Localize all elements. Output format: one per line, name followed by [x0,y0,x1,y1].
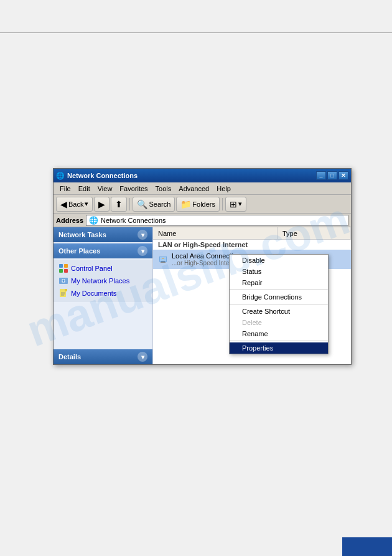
menu-advanced[interactable]: Advanced [175,184,213,194]
ctx-properties[interactable]: Properties [230,342,328,354]
other-places-header[interactable]: Other Places ▾ [54,243,152,258]
menu-tools[interactable]: Tools [152,184,175,194]
control-panel-icon [58,263,68,273]
my-documents-label: My Documents [71,290,116,297]
folders-label: Folders [192,200,215,208]
svg-rect-1 [64,264,68,268]
other-places-label: Other Places [58,247,100,255]
title-bar: 🌐 Network Connections _ □ ✕ [54,169,351,182]
menu-edit[interactable]: Edit [75,184,94,194]
my-documents-icon [58,288,68,298]
ctx-rename[interactable]: Rename [230,328,328,339]
search-label: Search [149,200,170,208]
ctx-repair[interactable]: Repair [230,277,328,288]
svg-rect-8 [65,289,67,291]
column-headers: Name Type [153,227,351,240]
svg-rect-14 [161,262,165,262]
ctx-status[interactable]: Status [230,266,328,277]
search-icon: 🔍 [137,199,147,209]
forward-button[interactable]: ▶ [94,197,110,212]
ctx-disable[interactable]: Disable [230,255,328,266]
details-expand-icon: ▾ [138,352,147,362]
menu-view[interactable]: View [94,184,116,194]
left-panel: Network Tasks ▾ Other Places ▾ [54,227,153,364]
close-button[interactable]: ✕ [338,171,348,180]
up-icon: ⬆ [115,199,123,209]
back-dropdown-icon: ▾ [85,200,88,208]
maximize-button[interactable]: □ [327,171,337,180]
my-network-places-label: My Network Places [71,277,129,285]
address-value: Network Connections [101,217,166,224]
details-label: Details [58,353,81,360]
minimize-button[interactable]: _ [316,171,326,180]
svg-rect-3 [64,269,68,273]
network-tasks-header[interactable]: Network Tasks ▾ [54,227,152,242]
views-dropdown-icon: ▾ [238,200,242,208]
views-button[interactable]: ⊞ ▾ [225,197,246,212]
my-network-places-link[interactable]: My Network Places [58,275,147,287]
folders-icon: 📁 [180,199,191,209]
svg-rect-0 [59,264,63,268]
menu-favorites[interactable]: Favorites [116,184,151,194]
up-button[interactable]: ⬆ [111,197,127,212]
window-icon: 🌐 [56,171,65,180]
menu-bar: File Edit View Favorites Tools Advanced … [54,182,351,195]
back-button[interactable]: ◀ Back ▾ [56,197,93,212]
toolbar-separator-2 [222,198,223,210]
control-panel-link[interactable]: Control Panel [58,262,147,275]
toolbar-separator-1 [129,198,130,210]
connection-icon [158,255,168,265]
other-places-expand-icon: ▾ [138,246,147,256]
folders-button[interactable]: 📁 Folders [176,197,220,212]
context-menu: Disable Status Repair Bridge Connections… [229,254,329,354]
lan-group-label: LAN or High-Speed Internet [153,240,351,250]
ctx-create-shortcut[interactable]: Create Shortcut [230,306,328,317]
other-places-content: Control Panel My Network Places [54,260,152,302]
menu-help[interactable]: Help [213,184,235,194]
details-header[interactable]: Details ▾ [54,349,152,364]
address-globe-icon: 🌐 [89,216,98,225]
address-input[interactable]: 🌐 Network Connections [86,215,348,226]
ctx-delete: Delete [230,317,328,328]
toolbar: ◀ Back ▾ ▶ ⬆ 🔍 Search 📁 Folders ⊞ ▾ [54,195,351,214]
top-rule [0,32,392,33]
svg-rect-15 [161,262,166,263]
network-tasks-label: Network Tasks [58,231,106,238]
network-tasks-expand-icon: ▾ [138,230,147,240]
title-bar-buttons: _ □ ✕ [316,171,348,180]
back-icon: ◀ [60,199,67,209]
my-network-places-icon [58,276,68,286]
back-label: Back [68,200,83,208]
my-documents-link[interactable]: My Documents [58,287,147,299]
menu-file[interactable]: File [56,184,75,194]
ctx-sep-2 [230,304,328,304]
address-label: Address [56,217,83,224]
address-bar: Address 🌐 Network Connections [54,214,351,227]
views-icon: ⊞ [230,199,237,209]
bottom-nav [342,537,392,556]
ctx-sep-3 [230,341,328,341]
col-name-header[interactable]: Name [153,227,278,239]
window-title: Network Connections [67,172,316,179]
ctx-sep-1 [230,290,328,290]
control-panel-label: Control Panel [71,265,113,272]
col-type-header[interactable]: Type [278,227,351,239]
search-button[interactable]: 🔍 Search [133,197,175,212]
forward-icon: ▶ [98,199,105,209]
ctx-bridge-connections[interactable]: Bridge Connections [230,291,328,303]
svg-rect-2 [59,269,63,273]
